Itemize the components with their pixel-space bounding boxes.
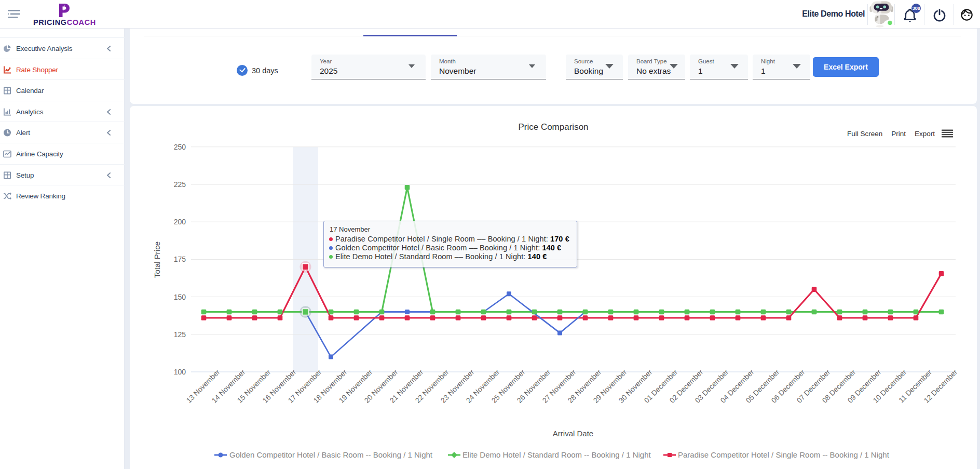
- svg-text:Arrival Date: Arrival Date: [553, 429, 593, 438]
- svg-text:125: 125: [174, 330, 186, 339]
- svg-text:150: 150: [174, 293, 186, 301]
- svg-text:225: 225: [174, 180, 186, 189]
- svg-text:Total Price: Total Price: [153, 242, 161, 278]
- svg-text:250: 250: [174, 143, 186, 151]
- svg-text:Golden Competitor Hotel / Basi: Golden Competitor Hotel / Basic Room -- …: [229, 450, 433, 459]
- svg-text:200: 200: [174, 218, 186, 226]
- svg-text:Price Comparison: Price Comparison: [518, 122, 588, 132]
- svg-text:Paradise Competitor Hotel / Si: Paradise Competitor Hotel / Single Room …: [678, 450, 890, 459]
- svg-text:100: 100: [174, 368, 186, 376]
- svg-text:175: 175: [174, 255, 186, 263]
- svg-text:Elite Demo Hotel / Standard Ro: Elite Demo Hotel / Standard Room -- Book…: [462, 450, 651, 459]
